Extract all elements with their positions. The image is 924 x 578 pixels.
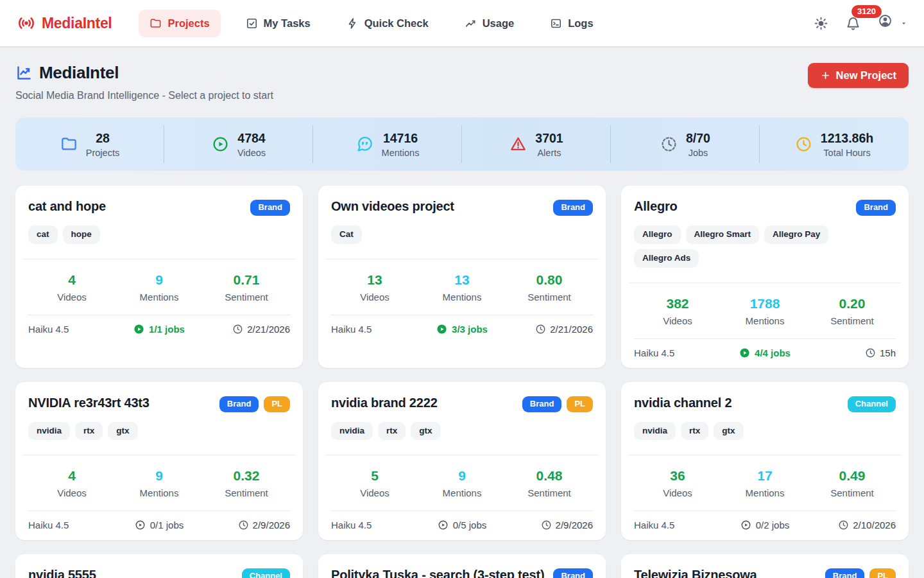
nav-item-label: Usage xyxy=(483,17,515,30)
summary-stats-bar: 28Projects4784Videos14716Mentions3701Ale… xyxy=(15,118,909,171)
videos-label: Videos xyxy=(634,487,721,498)
card-stats: 4Videos9Mentions0.32Sentiment xyxy=(28,455,290,511)
stat-total-hours: 1213.86hTotal Hours xyxy=(760,118,909,171)
date-value: 15h xyxy=(880,347,896,358)
page-title: MediaIntel xyxy=(39,63,119,83)
keyword-tag: Cat xyxy=(331,225,362,244)
top-navbar: MediaIntel ProjectsMy TasksQuick CheckUs… xyxy=(0,0,924,46)
new-project-label: New Project xyxy=(836,69,896,82)
date-value: 2/9/2026 xyxy=(556,520,593,530)
sentiment-label: Sentiment xyxy=(506,487,593,498)
stat-value: 1213.86h xyxy=(821,131,873,146)
tag-row: AllegroAllegro SmartAllegro PayAllegro A… xyxy=(634,225,896,268)
card-stats: 36Videos17Mentions0.49Sentiment xyxy=(634,455,896,511)
card-head: AllegroBrand xyxy=(634,198,896,216)
nav-item-my-tasks[interactable]: My Tasks xyxy=(235,10,321,37)
clock-icon xyxy=(865,347,876,358)
videos-label: Videos xyxy=(634,315,721,326)
badge-brand: Brand xyxy=(553,568,593,578)
nav-item-usage[interactable]: Usage xyxy=(454,10,526,37)
keyword-tag: hope xyxy=(63,225,100,244)
videos-count: 4 xyxy=(28,468,116,484)
nav-item-logs[interactable]: Logs xyxy=(539,10,604,37)
tag-row: cathope xyxy=(28,225,290,244)
date-value: 2/21/2026 xyxy=(550,324,593,335)
keyword-tag: cat xyxy=(28,225,58,244)
keyword-tag: rtx xyxy=(75,422,103,441)
stat-videos: 4784Videos xyxy=(164,118,313,171)
mentions-count: 13 xyxy=(418,272,506,288)
sentiment-score: 0.49 xyxy=(809,468,896,484)
stat-label: Projects xyxy=(86,148,119,158)
clock-icon xyxy=(535,324,546,335)
sun-icon xyxy=(814,16,828,31)
project-title: nvidia brand 2222 xyxy=(331,395,438,411)
project-card-allegro[interactable]: AllegroBrandAllegroAllegro SmartAllegro … xyxy=(621,186,909,368)
chevron-down-icon xyxy=(900,20,907,27)
project-title: NVIDIA re3r43rt 43t3 xyxy=(28,395,150,411)
mentions-count: 17 xyxy=(721,468,809,484)
project-card-nvidia-5555[interactable]: nvidia 5555Channelnvidiartxgtx xyxy=(15,554,303,578)
model-label: Haiku 4.5 xyxy=(634,347,721,358)
card-date: 15h xyxy=(865,347,896,358)
model-label: Haiku 4.5 xyxy=(331,324,418,335)
project-card-cat-and-hope[interactable]: cat and hopeBrandcathope4Videos9Mentions… xyxy=(15,186,303,368)
nav-item-label: Projects xyxy=(167,17,209,30)
warning-icon xyxy=(509,136,527,153)
page-subtitle: Social Media Brand Intelligence - Select… xyxy=(15,90,273,101)
keyword-tag: gtx xyxy=(411,422,440,441)
keyword-tag: Allegro xyxy=(634,225,681,244)
project-card-telewizja-biznesowa[interactable]: Telewizja BiznesowaBrandPLTelewizja Bizn… xyxy=(621,554,909,578)
videos-count: 5 xyxy=(331,468,418,484)
stat-label: Alerts xyxy=(537,148,561,158)
card-date: 2/21/2026 xyxy=(232,324,290,335)
videos-count: 13 xyxy=(331,272,418,288)
plus-icon xyxy=(820,70,831,81)
notifications-button[interactable]: 3120 xyxy=(846,16,860,31)
mentions-count: 9 xyxy=(418,468,506,484)
chat-quote-icon xyxy=(356,136,373,153)
model-label: Haiku 4.5 xyxy=(28,324,116,335)
jobs-status: 3/3 jobs xyxy=(436,324,488,335)
project-card-nvidia-channel-2[interactable]: nvidia channel 2Channelnvidiartxgtx36Vid… xyxy=(621,382,909,541)
card-stats: 4Videos9Mentions0.71Sentiment xyxy=(28,259,290,315)
projects-grid: cat and hopeBrandcathope4Videos9Mentions… xyxy=(0,171,924,578)
mentions-label: Mentions xyxy=(721,315,809,326)
project-title: Own videoes project xyxy=(331,198,454,215)
project-title: Telewizja Biznesowa xyxy=(634,567,757,578)
jobs-status: 4/4 jobs xyxy=(739,347,791,358)
badge-row: Brand xyxy=(553,567,593,578)
keyword-tag: nvidia xyxy=(28,422,70,441)
project-title: Polityka Tuska - search (3-step test) xyxy=(331,567,544,578)
nav-item-quick-check[interactable]: Quick Check xyxy=(336,10,440,37)
project-card-own-videoes-project[interactable]: Own videoes projectBrandCat13Videos13Men… xyxy=(318,186,606,368)
jobs-count: 1/1 jobs xyxy=(149,324,185,335)
card-footer: Haiku 4.51/1 jobs2/21/2026 xyxy=(28,315,290,335)
project-card-nvidia-re3r43rt-43t3[interactable]: NVIDIA re3r43rt 43t3BrandPLnvidiartxgtx4… xyxy=(15,382,303,541)
nav-item-projects[interactable]: Projects xyxy=(139,10,220,37)
keyword-tag: rtx xyxy=(681,422,708,441)
card-head: cat and hopeBrand xyxy=(28,198,290,216)
videos-count: 36 xyxy=(634,468,721,484)
brand-logo[interactable]: MediaIntel xyxy=(17,13,112,33)
project-card-polityka-tuska-search-3-step-test[interactable]: Polityka Tuska - search (3-step test)Bra… xyxy=(318,554,606,578)
project-card-nvidia-brand-2222[interactable]: nvidia brand 2222BrandPLnvidiartxgtx5Vid… xyxy=(318,382,606,541)
mentions-count: 9 xyxy=(116,468,203,484)
card-stats: 382Videos1788Mentions0.20Sentiment xyxy=(634,283,896,338)
badge-row: Channel xyxy=(848,395,896,412)
play-circle-icon xyxy=(135,520,146,530)
stat-label: Total Hours xyxy=(823,148,870,158)
nav-item-label: Quick Check xyxy=(364,17,429,30)
stat-value: 14716 xyxy=(383,131,418,146)
sentiment-score: 0.32 xyxy=(203,468,290,484)
sentiment-label: Sentiment xyxy=(203,487,290,498)
theme-toggle-button[interactable] xyxy=(814,16,828,31)
new-project-button[interactable]: New Project xyxy=(808,63,909,88)
user-menu-button[interactable] xyxy=(878,13,907,33)
badge-row: Brand xyxy=(856,198,896,216)
stat-projects: 28Projects xyxy=(15,118,164,171)
jobs-count: 0/2 jobs xyxy=(756,520,790,530)
badge-row: Brand xyxy=(553,198,593,216)
mentions-label: Mentions xyxy=(418,292,506,302)
play-circle-icon xyxy=(133,324,144,335)
